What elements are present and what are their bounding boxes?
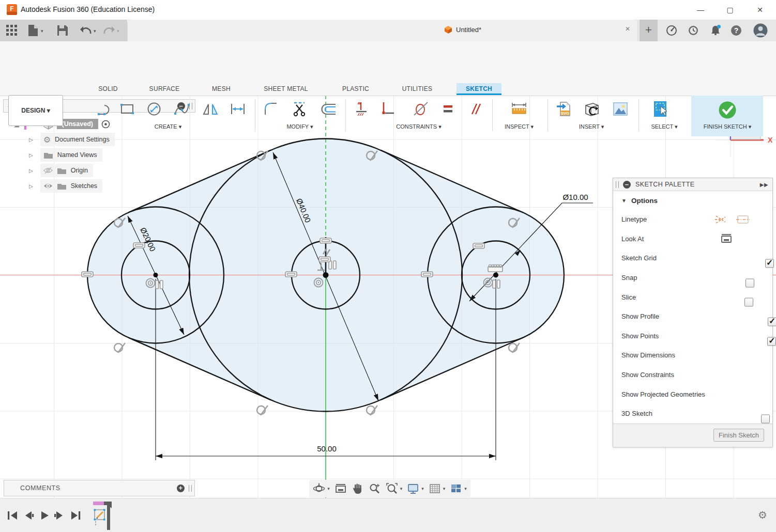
tab-surface[interactable]: SURFACE xyxy=(145,83,184,95)
create-group-label[interactable]: CREATE ▾ xyxy=(137,123,199,130)
comments-drag-handle[interactable] xyxy=(189,485,192,492)
dim-right-inner[interactable]: Ø10.00 xyxy=(562,193,588,201)
collapse-right-icon[interactable]: ▶▶ xyxy=(760,182,768,187)
profile-avatar[interactable] xyxy=(753,23,768,38)
timeline-settings-gear-icon[interactable]: ⚙ xyxy=(758,509,767,521)
undo-icon[interactable] xyxy=(80,25,92,35)
tab-sheet-metal[interactable]: SHEET METAL xyxy=(263,83,309,95)
chevron-right-icon[interactable]: ▷ xyxy=(29,152,33,158)
modify-trim-icon[interactable] xyxy=(291,100,309,118)
tab-close-icon[interactable]: ✕ xyxy=(625,25,630,33)
create-line-icon[interactable] xyxy=(97,100,115,118)
insert-group-label[interactable]: INSERT ▾ xyxy=(560,123,622,130)
viewports-icon[interactable] xyxy=(450,482,462,495)
timeline-skip-start-icon[interactable] xyxy=(7,509,18,522)
orbit-dropdown-caret[interactable]: ▾ xyxy=(327,486,330,491)
redo-icon[interactable] xyxy=(103,25,115,35)
create-spline-icon[interactable] xyxy=(173,100,191,118)
construction-linetype-icon[interactable] xyxy=(714,214,727,225)
tree-row-sketches[interactable]: ▷ Sketches xyxy=(3,179,195,193)
pan-hand-icon[interactable] xyxy=(352,482,364,495)
palette-drag-handle[interactable] xyxy=(616,181,619,188)
slice-checkbox[interactable]: ✓ xyxy=(744,298,753,307)
timeline-step-back-icon[interactable] xyxy=(23,509,35,522)
display-settings-icon[interactable] xyxy=(407,482,419,495)
extensions-icon[interactable] xyxy=(666,25,677,36)
file-dropdown-caret[interactable]: ▾ xyxy=(41,28,43,34)
grid-dropdown-caret[interactable]: ▾ xyxy=(443,486,446,491)
fit-view-icon[interactable] xyxy=(386,482,398,495)
show-points-checkbox[interactable]: ✓ xyxy=(767,337,776,346)
insert-canvas-icon[interactable] xyxy=(612,100,629,118)
insert-mesh-icon[interactable] xyxy=(583,100,600,118)
visibility-off-eye-icon[interactable] xyxy=(43,167,53,174)
orbit-icon[interactable] xyxy=(313,482,325,495)
design-workspace-button[interactable]: DESIGN ▾ xyxy=(8,95,63,126)
options-section-header[interactable]: ▼ Options xyxy=(613,191,772,210)
constraint-parallel-icon[interactable] xyxy=(467,100,484,118)
show-profile-checkbox[interactable]: ✓ xyxy=(768,318,776,326)
chevron-right-icon[interactable]: ▷ xyxy=(29,168,33,174)
look-at-view-icon[interactable] xyxy=(334,483,347,494)
timeline-sketch-feature-chip[interactable] xyxy=(91,500,115,530)
palette-minimize-icon[interactable]: – xyxy=(623,181,631,189)
chevron-right-icon[interactable]: ▷ xyxy=(29,137,33,143)
tree-row-document-settings[interactable]: ▷ ⚙ Document Settings xyxy=(3,133,195,146)
dim-center-spacing[interactable]: 50.00 xyxy=(317,444,337,453)
constraint-horizontal-vertical-icon[interactable] xyxy=(353,100,371,118)
notifications-bell-icon[interactable] xyxy=(709,24,722,37)
save-icon[interactable] xyxy=(57,25,68,36)
visibility-eye-icon[interactable] xyxy=(43,183,53,189)
constraints-group-label[interactable]: CONSTRAINTS ▾ xyxy=(388,123,450,130)
help-icon[interactable]: ? xyxy=(731,25,742,36)
insert-svg-icon[interactable]: SVG xyxy=(556,100,573,118)
close-button[interactable]: ✕ xyxy=(753,4,767,15)
snap-checkbox[interactable]: ✓ xyxy=(745,278,754,287)
file-icon[interactable] xyxy=(28,24,38,37)
document-tab[interactable]: Untitled* ✕ xyxy=(127,20,638,41)
create-rectangle-icon[interactable] xyxy=(118,100,136,118)
tree-row-named-views[interactable]: ▷ Named Views xyxy=(3,148,195,162)
redo-dropdown-caret[interactable]: ▾ xyxy=(117,28,119,34)
finish-sketch-palette-button[interactable]: Finish Sketch xyxy=(713,429,764,442)
select-icon[interactable] xyxy=(652,100,670,118)
activate-target-icon[interactable] xyxy=(101,120,110,129)
tab-plastic[interactable]: PLASTIC xyxy=(339,83,372,95)
palette-header[interactable]: – SKETCH PALETTE ▶▶ xyxy=(613,178,772,191)
minimize-button[interactable]: — xyxy=(693,4,708,15)
sketch-grid-checkbox[interactable]: ✓ xyxy=(765,259,774,268)
fit-dropdown-caret[interactable]: ▾ xyxy=(400,486,403,491)
zoom-icon[interactable] xyxy=(369,482,381,495)
create-mirror-icon[interactable] xyxy=(202,100,219,118)
modify-offset-icon[interactable] xyxy=(319,100,337,118)
modify-group-label[interactable]: MODIFY ▾ xyxy=(269,123,331,130)
constraint-equal-icon[interactable] xyxy=(439,100,457,118)
display-dropdown-caret[interactable]: ▾ xyxy=(421,486,424,491)
tab-sketch[interactable]: SKETCH xyxy=(457,83,501,95)
maximize-button[interactable]: ▢ xyxy=(723,4,737,15)
modify-fillet-icon[interactable] xyxy=(262,100,280,118)
timeline-step-forward-icon[interactable] xyxy=(53,509,65,522)
timeline-skip-end-icon[interactable] xyxy=(70,509,82,522)
constraint-tangent-icon[interactable] xyxy=(412,100,430,118)
create-dimension-icon[interactable] xyxy=(229,100,247,118)
inspect-group-label[interactable]: INSPECT ▾ xyxy=(488,123,550,130)
undo-dropdown-caret[interactable]: ▾ xyxy=(94,28,96,34)
3d-sketch-checkbox[interactable]: ✓ xyxy=(761,415,770,424)
apps-grid-icon[interactable] xyxy=(6,25,18,36)
select-group-label[interactable]: SELECT ▾ xyxy=(633,123,695,130)
tree-row-origin[interactable]: ▷ Origin xyxy=(3,164,195,177)
viewports-dropdown-caret[interactable]: ▾ xyxy=(464,486,467,491)
chevron-right-icon[interactable]: ▷ xyxy=(29,183,33,189)
centerline-linetype-icon[interactable] xyxy=(736,214,750,225)
add-comment-icon[interactable]: + xyxy=(177,484,185,492)
create-circle-icon[interactable] xyxy=(145,100,163,118)
tab-mesh[interactable]: MESH xyxy=(208,83,235,95)
job-status-clock-icon[interactable] xyxy=(688,25,699,36)
tab-solid[interactable]: SOLID xyxy=(93,83,123,95)
timeline-play-icon[interactable] xyxy=(39,509,50,522)
look-at-icon[interactable] xyxy=(721,233,732,244)
finish-sketch-button[interactable]: FINISH SKETCH ▾ xyxy=(691,96,763,136)
grid-settings-icon[interactable] xyxy=(429,482,441,495)
new-tab-button[interactable]: + xyxy=(640,20,658,41)
